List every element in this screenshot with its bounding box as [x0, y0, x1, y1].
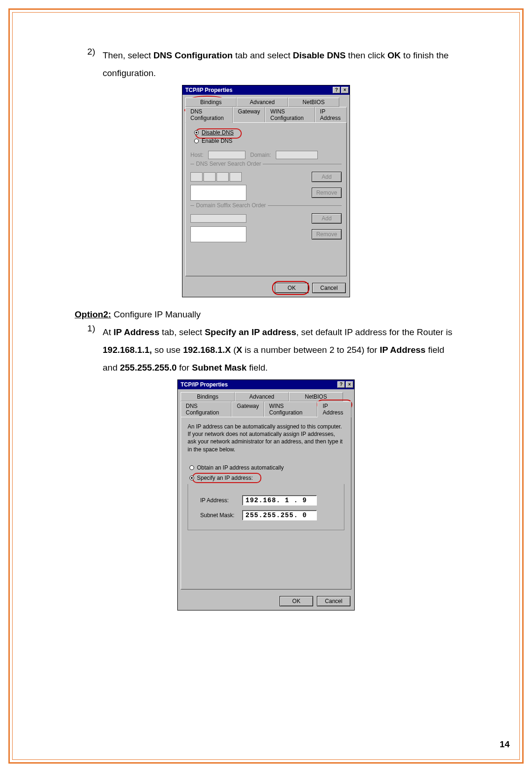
bold-x: X [236, 345, 242, 355]
tab-panel-ip: An IP address can be automatically assig… [181, 417, 351, 590]
tcpip-properties-dialog-ip: TCP/IP Properties ? × Bindings Advanced … [177, 379, 355, 611]
ip-help-text: An IP address can be automatically assig… [186, 422, 346, 458]
cancel-button[interactable]: Cancel [312, 283, 346, 293]
radio-obtain-auto[interactable]: Obtain an IP address automatically [189, 464, 346, 471]
tab-netbios[interactable]: NetBIOS [288, 98, 339, 107]
ok-button[interactable]: OK [275, 283, 308, 293]
suffix-order-label: Domain Suffix Search Order [194, 202, 268, 209]
remove-button-2: Remove [312, 229, 342, 239]
bold-subnet-mask-field: Subnet Mask [192, 363, 246, 372]
t: is a number between 2 to 254) for [242, 345, 380, 355]
dns-server-search-order-group: DNS Server Search Order Add Remove [190, 164, 342, 201]
tab-netbios-2[interactable]: NetBIOS [289, 392, 343, 401]
t: so use [152, 345, 183, 355]
bold-client-ip: 192.168.1.X [183, 345, 231, 355]
tab-panel-dns: Disable DNS Enable DNS Host: Domain: DNS… [185, 122, 347, 276]
close-icon[interactable]: × [341, 87, 349, 93]
radio-specify-ip[interactable]: Specify an IP address: [189, 475, 346, 481]
page-number: 14 [500, 739, 510, 750]
tab-bindings-2[interactable]: Bindings [181, 392, 235, 401]
tabs-2: Bindings Advanced NetBIOS DNS Configurat… [181, 392, 351, 590]
tab-dns-configuration[interactable]: DNS Configuration [185, 107, 233, 123]
tab-gateway-2[interactable]: Gateway [231, 401, 264, 417]
bold-dns-configuration: DNS Configuration [154, 50, 233, 60]
dns-order-label: DNS Server Search Order [194, 161, 263, 167]
domain-input [276, 151, 318, 159]
tab-ip-address[interactable]: IP Address [315, 107, 347, 123]
host-input [208, 151, 245, 159]
option2-step-1: 1) At IP Address tab, select Specify an … [75, 323, 457, 377]
t: , set default IP address for the Router … [296, 327, 452, 337]
option2-text: Configure IP Manually [111, 309, 201, 319]
t: then click [346, 50, 388, 60]
dialog-title: TCP/IP Properties [185, 87, 332, 93]
radio-disable-dns[interactable]: Disable DNS [194, 129, 342, 136]
tab-wins-configuration-2[interactable]: WINS Configuration [264, 401, 318, 417]
suffix-list [190, 226, 246, 242]
cancel-button-2[interactable]: Cancel [317, 596, 350, 606]
annotation-circle-disable-dns [195, 128, 242, 139]
radio-enable-dns[interactable]: Enable DNS [194, 138, 342, 144]
titlebar-2: TCP/IP Properties ? × [178, 380, 354, 389]
tabs: Bindings Advanced NetBIOS DNS Configurat… [185, 98, 347, 276]
bold-subnet-value: 255.255.255.0 [120, 363, 177, 372]
ip-address-label: IP Address: [200, 497, 238, 504]
dns-ip-input [190, 172, 242, 182]
radio-icon [194, 139, 199, 143]
tab-gateway[interactable]: Gateway [233, 107, 265, 123]
suffix-input [190, 214, 246, 223]
add-button: Add [312, 172, 342, 182]
dialog-body: Bindings Advanced NetBIOS DNS Configurat… [182, 95, 350, 279]
ip-address-row: IP Address: 192.168. 1 . 9 [200, 495, 341, 505]
radio-obtain-label: Obtain an IP address automatically [197, 464, 284, 471]
bold-disable-dns: Disable DNS [293, 50, 346, 60]
domain-suffix-search-order-group: Domain Suffix Search Order Add Remove [190, 205, 342, 242]
bold-ip-address: IP Address [113, 327, 159, 337]
option2-label: Option2: [75, 309, 111, 319]
bold-ok: OK [387, 50, 401, 60]
dialog-button-row-2: OK Cancel [178, 592, 354, 610]
dns-list [190, 185, 246, 201]
t: At [103, 327, 113, 337]
host-label: Host: [190, 152, 203, 158]
domain-label: Domain: [250, 152, 271, 158]
tab-ip-address-2[interactable]: IP Address [317, 401, 351, 417]
t: ( [231, 345, 237, 355]
tab-wins-configuration[interactable]: WINS Configuration [265, 107, 315, 123]
dialog-button-row: OK Cancel [182, 279, 350, 297]
bold-router-ip: 192.168.1.1, [103, 345, 152, 355]
radio-enable-dns-label: Enable DNS [202, 138, 232, 144]
radio-specify-label: Specify an IP address: [197, 475, 253, 481]
t: tab, select [159, 327, 204, 337]
step-2: 2) Then, select DNS Configuration tab an… [75, 47, 457, 82]
titlebar: TCP/IP Properties ? × [182, 85, 350, 95]
dialog-body-2: Bindings Advanced NetBIOS DNS Configurat… [178, 389, 354, 592]
radio-icon [194, 130, 199, 135]
bold-ip-address-field: IP Address [380, 345, 426, 355]
tab-dns-configuration-2[interactable]: DNS Configuration [181, 401, 231, 417]
t: tab and select [233, 50, 293, 60]
tcpip-properties-dialog-dns: TCP/IP Properties ? × Bindings Advanced … [182, 85, 350, 297]
help-icon[interactable]: ? [337, 381, 345, 388]
ip-address-input[interactable]: 192.168. 1 . 9 [242, 495, 317, 505]
ok-button-2[interactable]: OK [280, 596, 313, 606]
bold-specify-ip: Specify an IP address [205, 327, 296, 337]
close-icon[interactable]: × [346, 381, 353, 388]
tab-advanced[interactable]: Advanced [237, 98, 288, 107]
step-2-number: 2) [75, 47, 103, 82]
t: for [177, 363, 192, 372]
tab-advanced-2[interactable]: Advanced [235, 392, 289, 401]
subnet-mask-row: Subnet Mask: 255.255.255. 0 [200, 510, 341, 520]
step-2-text: Then, select DNS Configuration tab and s… [103, 47, 457, 82]
option2-step-1-text: At IP Address tab, select Specify an IP … [103, 323, 457, 377]
subnet-mask-input[interactable]: 255.255.255. 0 [242, 510, 317, 520]
add-button-2: Add [312, 213, 342, 224]
option2-header: Option2: Configure IP Manually [75, 309, 457, 320]
tab-bindings[interactable]: Bindings [185, 98, 237, 107]
dialog-title-2: TCP/IP Properties [181, 381, 336, 388]
remove-button: Remove [312, 188, 342, 198]
help-icon[interactable]: ? [333, 87, 340, 93]
t: field. [246, 363, 267, 372]
specify-group-header: Specify an IP address: [186, 475, 346, 481]
radio-icon [189, 465, 194, 470]
